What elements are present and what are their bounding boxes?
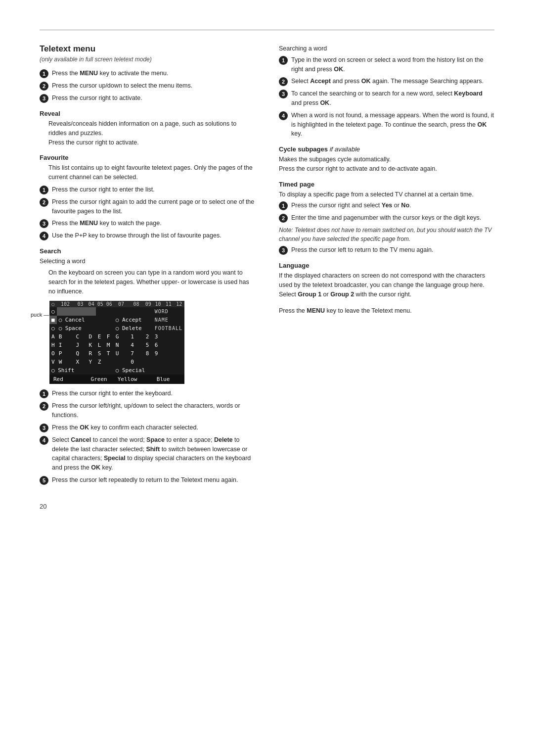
kb-cell: ○: [49, 324, 57, 332]
kb-cell: M: [105, 341, 114, 349]
kb-cell: 3: [153, 332, 163, 341]
timed-step3-list: 3 Press the cursor left to return to the…: [279, 245, 494, 255]
kb-cell: [144, 316, 153, 324]
kb-cell: [87, 316, 114, 324]
kb-cell: V: [49, 358, 57, 366]
reveal-text: Reveals/conceals hidden information on a…: [40, 119, 255, 147]
kb-cell: 1: [129, 332, 144, 341]
kb-cell: 9: [153, 349, 163, 358]
right-column: Searching a word 1 Type in the word on s…: [279, 44, 494, 488]
kb-cell: [174, 349, 184, 358]
kb-header-cell: 04: [87, 301, 96, 307]
language-text: If the displayed characters on screen do…: [279, 271, 494, 299]
kb-footer-row: Red Green Yellow Blue: [49, 375, 184, 384]
intro-steps: 1 Press the MENU key to activate the men…: [40, 69, 255, 103]
selecting-word-label: Selecting a word: [40, 257, 255, 266]
search-r-step-item: 3 To cancel the searching or to search f…: [279, 89, 494, 108]
s-step-text-2: Press the cursor left/right, up/down to …: [52, 401, 255, 420]
subtitle: (only available in full screen teletext …: [40, 56, 255, 63]
search-steps: 1 Press the cursor right to enter the ke…: [40, 389, 255, 485]
search-step-item: 5 Press the cursor left repeatedly to re…: [40, 475, 255, 485]
kb-cell: ○ Cancel: [57, 316, 87, 324]
kb-cell: 5: [144, 341, 153, 349]
kb-cell: [153, 358, 163, 366]
fav-step-num-1: 1: [40, 186, 48, 194]
kb-cell: T: [105, 349, 114, 358]
language-title: Language: [279, 262, 494, 269]
search-step-item: 3 Press the OK key to confirm each chara…: [40, 423, 255, 432]
kb-cell: ○ Accept: [114, 316, 144, 324]
sr-step-num-3: 3: [279, 90, 288, 98]
kb-cell: ○ Special: [114, 366, 153, 375]
t-step-num-3: 3: [279, 246, 288, 255]
kb-cell: O: [49, 349, 57, 358]
left-column: Teletext menu (only available in full sc…: [40, 44, 255, 488]
kb-cell: R: [87, 349, 96, 358]
kb-cell: Q: [74, 349, 87, 358]
puck-label: puck —: [31, 312, 49, 318]
kb-header-cell: 09: [144, 301, 153, 307]
search-r-step-item: 4 When a word is not found, a message ap…: [279, 111, 494, 139]
kb-cell: [105, 358, 114, 366]
step-item: 2 Press the cursor up/down to select the…: [40, 81, 255, 91]
timed-step-item: 1 Press the cursor right and select Yes …: [279, 201, 494, 210]
kb-header-cell: 102: [57, 301, 74, 307]
kb-row: V W X Y Z 0: [49, 358, 184, 366]
kb-cell: U: [114, 349, 129, 358]
kb-header-row: ○ 102 03 04 05 06 07 08 09 10 11 12: [49, 301, 184, 307]
two-col-layout: Teletext menu (only available in full sc…: [40, 44, 494, 488]
kb-cell: K: [87, 341, 96, 349]
kb-cell: 7: [129, 349, 144, 358]
t-step-text-2: Enter the time and pagenumber with the c…: [291, 213, 494, 223]
kb-cell: 2: [144, 332, 153, 341]
kb-cell: [153, 366, 184, 375]
kb-cell: F: [105, 332, 114, 341]
kb-cell: [174, 341, 184, 349]
search-r-step-item: 2 Select Accept and press OK again. The …: [279, 77, 494, 86]
step-num-3: 3: [40, 94, 48, 103]
s-step-num-2: 2: [40, 402, 48, 411]
kb-cell: ○: [49, 307, 57, 316]
kb-cell: [144, 358, 153, 366]
kb-cell: ○ Space: [57, 324, 87, 332]
sr-step-text-3: To cancel the searching or to search for…: [291, 89, 494, 108]
kb-header-cell: 03: [74, 301, 87, 307]
step-text-1: Press the MENU key to activate the menu.: [52, 69, 255, 78]
fav-step-num-3: 3: [40, 219, 48, 228]
step-text-3: Press the cursor right to activate.: [52, 94, 255, 103]
kb-cell: [96, 307, 153, 316]
search-title: Search: [40, 247, 255, 255]
kb-cell: FOOTBALL: [153, 324, 184, 332]
kb-cell: E: [96, 332, 105, 341]
kb-cell: [174, 358, 184, 366]
kb-header-cell: 12: [174, 301, 184, 307]
s-step-num-3: 3: [40, 424, 48, 432]
kb-header-cell: 07: [114, 301, 129, 307]
reveal-title: Reveal: [40, 110, 255, 117]
kb-footer-red: Red: [49, 375, 87, 384]
kb-cell: [163, 332, 174, 341]
fav-step-item: 2 Press the cursor right again to add th…: [40, 197, 255, 216]
kb-header-cell: 06: [105, 301, 114, 307]
kb-footer-green: Green: [87, 375, 114, 384]
kb-cell: [163, 341, 174, 349]
timed-text: To display a specific page from a select…: [279, 190, 494, 199]
kb-row: ■ ○ Cancel ○ Accept NAME: [49, 316, 184, 324]
fav-step-item: 1 Press the cursor right to enter the li…: [40, 185, 255, 194]
kb-cell: G: [114, 332, 129, 341]
cycle-title-bold: Cycle subpages: [279, 145, 328, 153]
fav-step-text-1: Press the cursor right to enter the list…: [52, 185, 255, 194]
kb-cell: [114, 358, 129, 366]
fav-step-text-3: Press the MENU key to watch the page.: [52, 219, 255, 228]
timed-steps: 1 Press the cursor right and select Yes …: [279, 201, 494, 223]
s-step-num-1: 1: [40, 389, 48, 398]
kb-cell: N: [114, 341, 129, 349]
fav-step-text-4: Use the P+P key to browse through the li…: [52, 231, 255, 240]
kb-cell: L: [96, 341, 105, 349]
kb-row: H I J K L M N 4 5 6: [49, 341, 184, 349]
kb-cell: C: [74, 332, 87, 341]
s-step-num-5: 5: [40, 476, 48, 485]
sr-step-text-1: Type in the word on screen or select a w…: [291, 55, 494, 74]
step-text-2: Press the cursor up/down to select the m…: [52, 81, 255, 91]
kb-cell: NAME: [153, 316, 184, 324]
